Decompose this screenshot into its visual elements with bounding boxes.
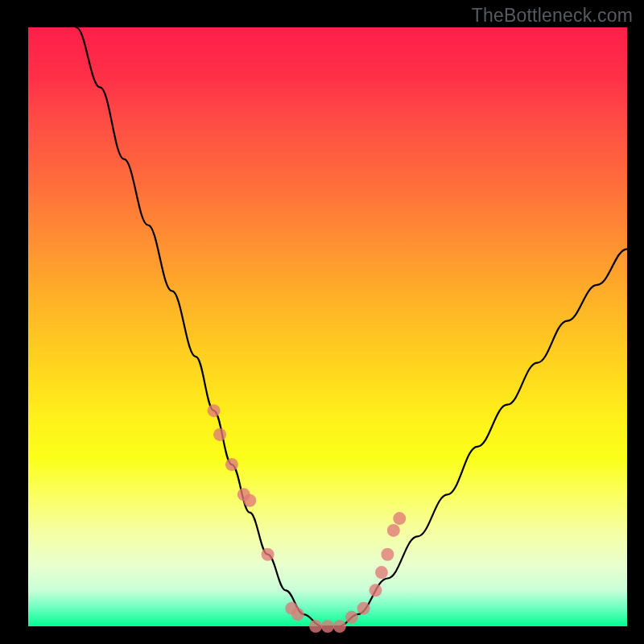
- highlight-dot: [262, 548, 275, 561]
- highlight-dot: [208, 404, 221, 417]
- highlight-dot: [243, 494, 256, 507]
- watermark-text: TheBottleneck.com: [472, 5, 633, 27]
- highlight-dot: [291, 608, 304, 621]
- curve-group: [76, 27, 627, 626]
- highlight-dot: [345, 611, 358, 624]
- highlight-dot: [357, 602, 370, 615]
- highlight-dot: [375, 566, 388, 579]
- highlight-dot: [393, 512, 406, 525]
- highlight-dot: [213, 428, 226, 441]
- highlight-dot: [387, 524, 400, 537]
- highlight-dot: [333, 620, 346, 633]
- highlight-dot: [381, 548, 394, 561]
- highlight-dot: [321, 620, 334, 633]
- dots-group: [208, 404, 407, 633]
- plot-area: [28, 27, 627, 626]
- bottleneck-curve-path: [76, 27, 627, 626]
- highlight-dot: [225, 458, 238, 471]
- highlight-dot: [369, 584, 382, 597]
- chart-svg: [28, 27, 627, 626]
- chart-stage: TheBottleneck.com: [0, 0, 644, 644]
- highlight-dot: [309, 620, 322, 633]
